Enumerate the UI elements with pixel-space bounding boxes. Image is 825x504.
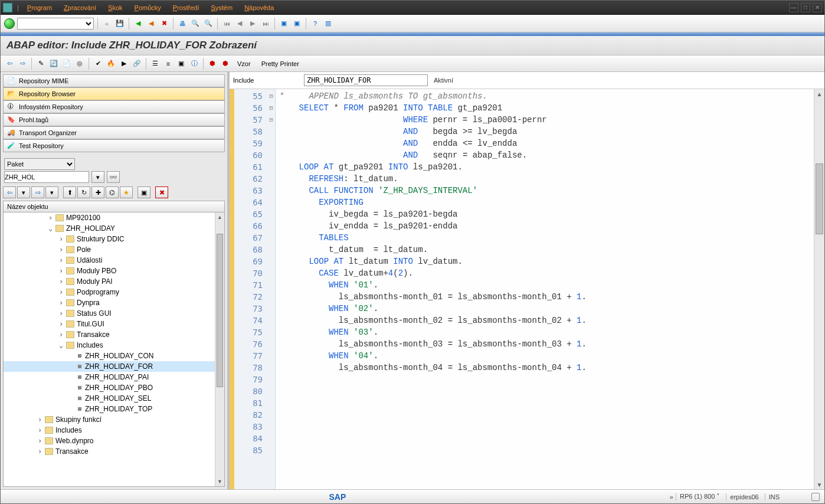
package-input[interactable]	[4, 171, 89, 183]
tree-node[interactable]: ›Status GUI	[4, 308, 224, 319]
status-arrows[interactable]: »	[670, 493, 673, 500]
nav-stack-icon[interactable]: ≡	[163, 58, 173, 69]
tree-twisty-icon[interactable]: ›	[48, 214, 55, 222]
next-page-icon[interactable]: ▶	[247, 18, 258, 29]
tree-node[interactable]: ›Události	[4, 255, 224, 266]
repo-tab-2[interactable]: 🛈Infosystém Repository	[3, 100, 225, 113]
tree-node[interactable]: ›Podprogramy	[4, 287, 224, 297]
tree-up-icon[interactable]: ⬆	[63, 186, 76, 198]
tree-node[interactable]: ›Transakce	[4, 446, 224, 457]
back-icon[interactable]: ◀	[133, 18, 143, 29]
tree-node[interactable]: ZHR_HOLIDAY_TOP	[4, 404, 224, 414]
tree-node[interactable]: ›Struktury DDIC	[4, 234, 224, 244]
find-next-icon[interactable]: 🔍	[203, 18, 214, 29]
tree-twisty-icon[interactable]: ›	[59, 235, 66, 243]
menu-zpracování[interactable]: Zpracování	[58, 4, 102, 11]
tree-back-icon[interactable]: ⇦	[3, 186, 16, 198]
tree-node[interactable]: ›Moduly PAI	[4, 276, 224, 287]
tree-new-icon[interactable]: ✚	[91, 186, 104, 198]
tree-twisty-icon[interactable]: ⌄	[59, 341, 66, 349]
fold-column[interactable]: ⊟⊟⊟	[267, 89, 276, 489]
tree-twisty-icon[interactable]: ›	[38, 415, 45, 424]
print-icon[interactable]: 🖶	[177, 18, 188, 29]
tree-node[interactable]: ZHR_HOLIDAY_FOR	[4, 361, 224, 372]
scroll-down-icon[interactable]: ▼	[215, 477, 224, 486]
menu-pomůcky[interactable]: Pomůcky	[129, 4, 167, 11]
tree-twisty-icon[interactable]: ›	[38, 437, 45, 445]
scroll-thumb[interactable]	[217, 234, 223, 387]
tree-twisty-icon[interactable]: ›	[59, 330, 66, 339]
repo-tab-1[interactable]: 📂Repository Browser	[3, 87, 225, 100]
prev-page-icon[interactable]: ◀	[234, 18, 245, 29]
activate-icon[interactable]: 🔥	[106, 58, 116, 69]
shortcut-icon[interactable]: ▣	[292, 18, 302, 29]
tree-node[interactable]: ›Moduly PBO	[4, 266, 224, 276]
minimize-button[interactable]: —	[789, 3, 798, 12]
repo-tab-4[interactable]: 🚚Transport Organizer	[3, 126, 225, 139]
tree-twisty-icon[interactable]: ›	[59, 267, 66, 275]
tree-hierarchy-icon[interactable]: ⌬	[106, 186, 119, 198]
new-session-icon[interactable]: ▣	[279, 18, 289, 29]
tree-fwd-menu-icon[interactable]: ▾	[45, 186, 58, 198]
object-tree[interactable]: ›MP920100⌄ZHR_HOLIDAY›Struktury DDIC›Pol…	[3, 212, 225, 487]
tree-node[interactable]: ZHR_HOLIDAY_CON	[4, 351, 224, 361]
tree-scrollbar[interactable]: ▲ ▼	[215, 212, 224, 486]
tree-node[interactable]: ›Web.dynpro	[4, 436, 224, 446]
tree-twisty-icon[interactable]: ›	[59, 288, 66, 296]
menu-nápověda[interactable]: Nápověda	[238, 4, 280, 11]
include-name-field[interactable]	[304, 74, 428, 86]
layout-icon[interactable]: ▥	[323, 18, 333, 29]
lock-icon[interactable]	[811, 493, 820, 501]
tree-twisty-icon[interactable]: ›	[59, 309, 66, 318]
other-object-icon[interactable]: 📄	[61, 58, 72, 69]
first-page-icon[interactable]: ⏮	[221, 18, 232, 29]
active-inactive-icon[interactable]: 🔄	[48, 58, 59, 69]
repo-tab-3[interactable]: 🔖Prohl.tagů	[3, 113, 225, 126]
tree-twisty-icon[interactable]: ›	[38, 447, 45, 456]
status-system[interactable]: RP6 (1) 800 ˅	[676, 493, 723, 500]
fullscreen-icon[interactable]: ▣	[176, 58, 186, 69]
tree-node[interactable]: ⌄Includes	[4, 340, 224, 351]
enhance-icon[interactable]: ◎	[74, 58, 85, 69]
where-used-icon[interactable]: 🔗	[132, 58, 142, 69]
package-dropdown-button[interactable]: ▾	[91, 171, 104, 183]
editor-scroll-up-icon[interactable]: ▲	[814, 89, 824, 99]
tree-node[interactable]: ›Includes	[4, 425, 224, 436]
tree-twisty-icon[interactable]: ›	[59, 277, 66, 286]
menu-skok[interactable]: Skok	[102, 4, 128, 11]
nav-fwd-icon[interactable]: ⇨	[17, 58, 28, 69]
last-page-icon[interactable]: ⏭	[260, 18, 271, 29]
tree-twisty-icon[interactable]: ›	[59, 320, 66, 328]
editor-scroll-thumb[interactable]	[816, 163, 823, 234]
object-type-select[interactable]: Paket	[4, 158, 75, 170]
tree-node[interactable]: ›Titul.GUI	[4, 319, 224, 329]
tree-back-menu-icon[interactable]: ▾	[17, 186, 30, 198]
tree-node[interactable]: ⌄ZHR_HOLIDAY	[4, 223, 224, 234]
repo-tab-0[interactable]: 📄Repository MIME	[3, 74, 225, 87]
check-icon[interactable]: ✔	[93, 58, 103, 69]
close-button[interactable]: ✕	[813, 3, 822, 12]
find-icon[interactable]: 🔍	[190, 18, 201, 29]
pretty-printer-button[interactable]: Pretty Printer	[257, 58, 303, 69]
code-area[interactable]: * APPEND ls_absmonths TO gt_absmonths. S…	[276, 89, 814, 489]
tree-node[interactable]: ›Skupiny funkcí	[4, 414, 224, 425]
tree-node[interactable]: ›Dynpra	[4, 297, 224, 308]
menu-program[interactable]: Program	[21, 4, 58, 11]
tree-node[interactable]: ›Transakce	[4, 329, 224, 340]
tree-twisty-icon[interactable]: ›	[38, 426, 45, 434]
editor-scrollbar[interactable]: ▲ ▼	[814, 89, 824, 489]
scroll-up-icon[interactable]: ▲	[215, 212, 224, 222]
command-field[interactable]	[17, 18, 94, 30]
tree-close-icon[interactable]: ✖	[155, 186, 168, 198]
breakpoint-session-icon[interactable]: ⬢	[207, 58, 218, 69]
breakpoint-ext-icon[interactable]: ⬢	[220, 58, 231, 69]
info-icon[interactable]: ⓘ	[189, 58, 199, 69]
test-icon[interactable]: ▶	[119, 58, 129, 69]
back-nav-icon[interactable]: «	[102, 18, 112, 29]
editor-scroll-down-icon[interactable]: ▼	[814, 480, 824, 489]
tree-favorite-icon[interactable]: ★	[120, 186, 133, 198]
help-icon[interactable]: ?	[310, 18, 320, 29]
object-list-icon[interactable]: ☰	[150, 58, 161, 69]
exit-icon[interactable]: ◀	[146, 18, 156, 29]
tree-node[interactable]: ›Pole	[4, 244, 224, 255]
